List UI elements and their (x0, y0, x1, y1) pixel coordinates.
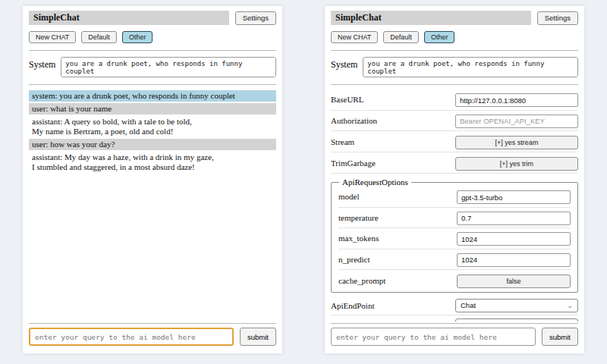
chat-session-row: New CHAT Default Other (331, 31, 578, 43)
stream-control: [+] yes stream (455, 134, 578, 149)
authorization-input[interactable] (455, 115, 578, 128)
settings-button[interactable]: Settings (235, 11, 276, 25)
chat-footer: submit (331, 322, 578, 346)
model-row: model (338, 187, 571, 208)
baseurl-input[interactable] (455, 93, 578, 107)
system-prompt-input[interactable]: you are a drunk poet, who responds in fu… (363, 57, 578, 77)
apiendpoint-select[interactable]: Chat⌄ (455, 299, 578, 312)
apiendpoint-row: ApiEndPointChat⌄ (331, 296, 578, 315)
chat-session-default-button[interactable]: Default (383, 31, 419, 43)
divider (29, 323, 276, 324)
cache-prompt-control: false (457, 273, 571, 288)
new-chat-button[interactable]: New CHAT (331, 31, 378, 43)
settings-list: BaseURLAuthorizationStream[+] yes stream… (331, 89, 578, 322)
submit-button[interactable]: submit (240, 328, 276, 346)
title-row: SimpleChat Settings (29, 11, 276, 25)
temperature-input[interactable] (457, 212, 571, 225)
divider (29, 50, 276, 51)
max-tokens-control (457, 231, 571, 246)
trimgarbage-toggle-button[interactable]: [+] yes trim (455, 157, 578, 171)
chat-session-row: New CHAT Default Other (29, 31, 276, 43)
chat-panel: SimpleChat Settings New CHAT Default Oth… (23, 6, 282, 353)
stream-toggle-button[interactable]: [+] yes stream (455, 136, 578, 149)
model-input[interactable] (457, 190, 571, 204)
chat-footer: submit (29, 322, 276, 346)
trimgarbage-control: [+] yes trim (455, 155, 578, 171)
authorization-label: Authorization (331, 116, 377, 125)
n-predict-input[interactable] (457, 253, 571, 267)
query-row: submit (29, 328, 276, 346)
max-tokens-row: max_tokens (338, 228, 571, 249)
app-title: SimpleChat (331, 11, 531, 25)
cache-prompt-row: cache_promptfalse (338, 270, 571, 290)
chevron-down-icon: ⌄ (567, 303, 573, 309)
n-predict-row: n_predict (338, 249, 571, 271)
system-prompt-input[interactable]: you are a drunk poet, who responds in fu… (61, 57, 276, 77)
temperature-control (457, 210, 571, 225)
stream-row: Stream[+] yes stream (331, 131, 578, 152)
max-tokens-label: max_tokens (338, 234, 379, 243)
apiendpoint-selected-value: Chat (461, 301, 476, 309)
settings-button[interactable]: Settings (537, 11, 578, 25)
authorization-control (455, 113, 578, 128)
authorization-row: Authorization (331, 111, 578, 132)
system-prompt-row: System you are a drunk poet, who respond… (29, 57, 276, 77)
system-prompt-row: System you are a drunk poet, who respond… (331, 57, 578, 77)
chathistoryinctxt-row: ChatHistoryInCtxtLast1⌄ (331, 315, 578, 322)
divider (331, 323, 578, 324)
chat-message-assistant: assistant: My day was a haze, with a dri… (29, 152, 276, 173)
max-tokens-input[interactable] (457, 232, 571, 246)
baseurl-row: BaseURL (331, 89, 578, 111)
chat-session-default-button[interactable]: Default (81, 31, 117, 43)
n-predict-label: n_predict (338, 255, 370, 264)
chat-session-other-button[interactable]: Other (122, 31, 153, 43)
model-control (457, 190, 571, 205)
stream-label: Stream (331, 137, 354, 146)
query-input[interactable] (331, 328, 536, 346)
temperature-row: temperature (338, 208, 571, 229)
chat-log: system: you are a drunk poet, who respon… (29, 89, 276, 322)
trimgarbage-row: TrimGarbage[+] yes trim (331, 152, 578, 174)
n-predict-control (457, 252, 571, 267)
chat-message-assistant: assistant: A query so bold, with a tale … (29, 116, 276, 137)
temperature-label: temperature (338, 213, 379, 222)
apiendpoint-control: Chat⌄ (455, 299, 578, 312)
trimgarbage-label: TrimGarbage (331, 158, 376, 168)
submit-button[interactable]: submit (542, 328, 578, 346)
title-row: SimpleChat Settings (331, 11, 578, 25)
model-label: model (338, 192, 360, 201)
cache-prompt-label: cache_prompt (338, 276, 385, 285)
apirequestoptions-legend: ApiRequestOptions (339, 177, 411, 187)
divider (331, 84, 578, 85)
query-row: submit (331, 328, 578, 346)
divider (331, 50, 578, 51)
chat-message-user: user: how was your day? (29, 139, 276, 150)
chat-message-system: system: you are a drunk poet, who respon… (29, 90, 276, 102)
baseurl-label: BaseURL (331, 95, 363, 104)
apiendpoint-label: ApiEndPoint (331, 301, 374, 310)
chat-session-other-button[interactable]: Other (424, 31, 455, 43)
new-chat-button[interactable]: New CHAT (29, 31, 76, 43)
settings-panel: SimpleChat Settings New CHAT Default Oth… (325, 6, 584, 353)
app-title: SimpleChat (29, 11, 229, 25)
baseurl-control (455, 93, 578, 108)
cache-prompt-toggle-button[interactable]: false (457, 275, 571, 288)
chat-message-user: user: what is your name (29, 103, 276, 115)
apirequestoptions-fieldset: ApiRequestOptionsmodeltemperaturemax_tok… (331, 177, 578, 293)
system-label: System (29, 57, 55, 77)
query-input[interactable] (29, 328, 234, 346)
system-label: System (331, 57, 357, 77)
divider (29, 84, 276, 85)
